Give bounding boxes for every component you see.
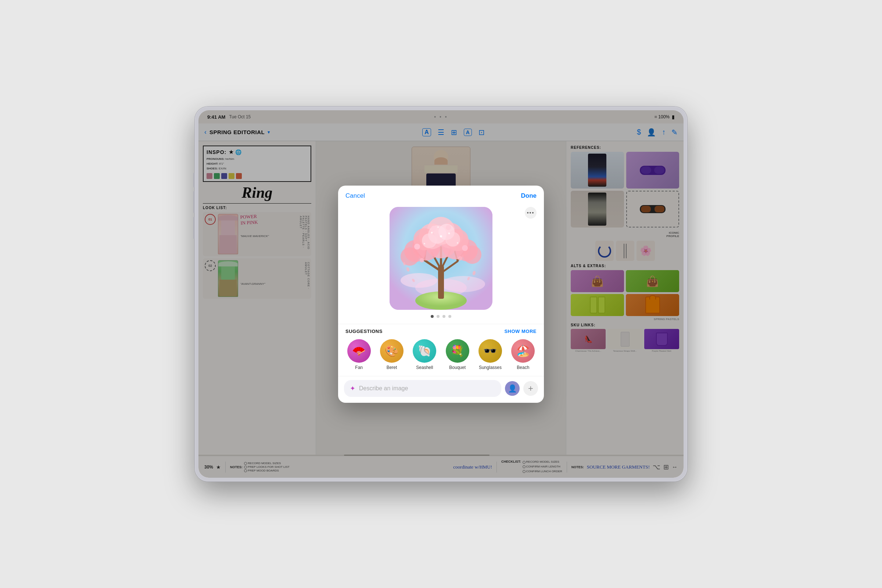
beret-label: Beret	[387, 365, 397, 370]
more-options-button[interactable]: •••	[525, 207, 537, 219]
beret-emoji: 🎨	[385, 344, 398, 357]
ipad-screen: 9:41 AM Tue Oct 15 • • • ⌗ 100% ▮ ‹ SPRI…	[198, 110, 684, 478]
suggestion-beret[interactable]: 🎨 Beret	[380, 339, 404, 370]
suggestion-sunglasses[interactable]: 🕶️ Sunglasses	[478, 339, 502, 370]
sunglasses-label: Sunglasses	[479, 365, 502, 370]
dot-2	[436, 315, 440, 318]
modal-header: Cancel Done	[338, 186, 544, 203]
ai-sparkle-icon: ✦	[350, 384, 356, 393]
svg-point-36	[458, 256, 462, 261]
seashell-label: Seashell	[416, 365, 433, 370]
beach-icon-bg: 🏖️	[511, 339, 535, 363]
dot-1	[431, 315, 434, 318]
svg-point-45	[424, 243, 425, 244]
seashell-icon-bg: 🐚	[413, 339, 436, 363]
sunglasses-icon-bg: 🕶️	[478, 339, 502, 363]
suggestions-grid: 🪭 Fan 🎨 Beret	[345, 339, 537, 370]
svg-point-31	[414, 244, 420, 249]
suggestion-fan[interactable]: 🪭 Fan	[347, 339, 371, 370]
modal-overlay: Cancel Done •••	[198, 110, 684, 478]
bouquet-label: Bouquet	[449, 365, 466, 370]
image-description-input-box[interactable]: ✦ Describe an image	[344, 380, 501, 397]
suggestion-bouquet[interactable]: 💐 Bouquet	[446, 339, 469, 370]
bouquet-emoji: 💐	[450, 344, 464, 357]
suggestion-beach[interactable]: 🏖️ Beach	[511, 339, 535, 370]
avatar-button[interactable]: 👤	[505, 381, 520, 396]
svg-point-43	[431, 231, 433, 233]
svg-point-46	[457, 242, 458, 244]
suggestions-header: SUGGESTIONS SHOW MORE	[345, 328, 537, 334]
modal-image-area: •••	[338, 203, 544, 324]
dot-4	[448, 315, 451, 318]
show-more-button[interactable]: SHOW MORE	[504, 328, 537, 334]
beach-label: Beach	[517, 365, 529, 370]
seashell-emoji: 🐚	[418, 344, 432, 357]
add-button[interactable]: +	[524, 381, 538, 396]
generated-image	[390, 207, 492, 310]
fan-icon-bg: 🪭	[347, 339, 371, 363]
suggestions-label: SUGGESTIONS	[345, 328, 382, 334]
cancel-button[interactable]: Cancel	[345, 192, 365, 200]
svg-point-32	[462, 245, 468, 251]
fan-emoji: 🪭	[352, 344, 366, 357]
input-placeholder-text: Describe an image	[359, 385, 408, 392]
bouquet-icon-bg: 💐	[446, 339, 469, 363]
svg-point-30	[446, 232, 460, 247]
suggestions-section: SUGGESTIONS SHOW MORE 🪭 Fan	[338, 324, 544, 376]
beret-icon-bg: 🎨	[380, 339, 404, 363]
svg-point-33	[431, 226, 436, 231]
svg-point-47	[437, 226, 439, 228]
image-generation-modal: Cancel Done •••	[338, 186, 544, 403]
fan-label: Fan	[355, 365, 363, 370]
sunglasses-emoji: 🕶️	[483, 344, 497, 357]
svg-point-42	[440, 235, 442, 237]
svg-point-34	[446, 225, 451, 230]
suggestion-seashell[interactable]: 🐚 Seashell	[413, 339, 436, 370]
image-pagination-dots	[431, 315, 451, 318]
svg-point-44	[448, 232, 450, 234]
svg-point-29	[422, 233, 436, 248]
dot-3	[442, 315, 446, 318]
modal-input-area: ✦ Describe an image 👤 +	[338, 376, 544, 403]
done-button[interactable]: Done	[521, 192, 537, 200]
svg-point-35	[420, 258, 424, 262]
ipad-frame: 9:41 AM Tue Oct 15 • • • ⌗ 100% ▮ ‹ SPRI…	[195, 106, 687, 482]
beach-emoji: 🏖️	[516, 344, 530, 357]
